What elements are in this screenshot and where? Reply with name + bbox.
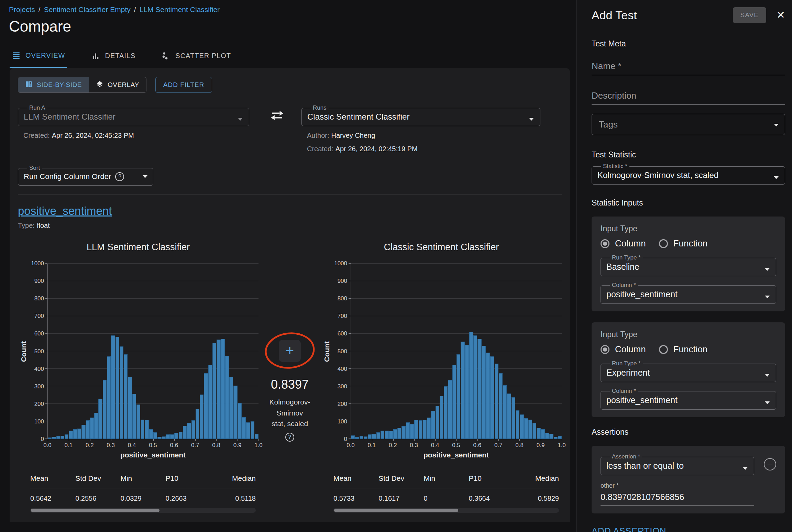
input-type-label: Input Type [601, 224, 776, 233]
histogram-bar [503, 385, 507, 439]
x-tick-label: 1.0 [254, 442, 263, 449]
y-tick-label: 500 [34, 348, 44, 355]
histogram-bar [444, 386, 448, 439]
run-type-select[interactable]: Run Type * Baseline [601, 254, 776, 276]
stats-cell: 0.5733 [333, 495, 378, 502]
view-toggle-group: SIDE-BY-SIDE OVERLAY [18, 77, 146, 93]
y-tick-label: 500 [338, 348, 347, 355]
x-tick-label: 0.1 [65, 442, 73, 449]
help-icon[interactable]: ? [285, 433, 294, 442]
assertion-label: Assertion * [610, 453, 642, 460]
y-tick-mark [349, 439, 351, 439]
chart-title: LLM Sentiment Classifier [18, 242, 258, 253]
histogram-bar [208, 365, 212, 439]
horizontal-scrollbar[interactable] [333, 508, 559, 513]
help-icon[interactable]: ? [115, 172, 124, 181]
chevron-down-icon [774, 176, 779, 179]
histogram-bar [524, 418, 528, 439]
add-filter-button[interactable]: ADD FILTER [155, 77, 212, 93]
stat-name-line: stat, scaled [269, 418, 310, 429]
y-tick-mark [45, 333, 47, 334]
column-select[interactable]: Column * positive_sentiment [601, 388, 776, 410]
histogram-bar [124, 354, 128, 439]
close-icon[interactable]: ✕ [777, 10, 785, 20]
y-tick-label: 200 [34, 401, 44, 408]
input-type-radio-group: ColumnFunction [601, 238, 776, 249]
column-value: positive_sentiment [606, 289, 770, 299]
histogram-bar [376, 432, 380, 439]
swap-runs-icon[interactable] [269, 110, 285, 122]
radio-circle-icon [659, 239, 668, 248]
x-tick-label: 0.7 [191, 442, 199, 449]
run-a-select[interactable]: Run A LLM Sentiment Classifier [18, 104, 249, 126]
test-meta-heading: Test Meta [592, 39, 785, 48]
overlay-button[interactable]: OVERLAY [89, 77, 146, 92]
histogram-bar [116, 337, 119, 439]
histogram-bar [162, 436, 166, 439]
histogram-bar [77, 429, 81, 439]
chart-llm: LLM Sentiment Classifier Count 010020030… [18, 242, 258, 513]
tab-label: DETAILS [105, 52, 135, 60]
statistic-select[interactable]: Statistic * Kolmogorov-Smirnov stat, sca… [592, 163, 785, 185]
histogram-bar [166, 434, 170, 439]
histogram-bar [393, 429, 397, 439]
save-button[interactable]: SAVE [733, 7, 766, 23]
feature-link[interactable]: positive_sentiment [18, 204, 112, 217]
histogram-bar [368, 434, 372, 439]
add-assertion-button[interactable]: ADD ASSERTION [592, 526, 666, 532]
runs-select[interactable]: Runs Classic Sentiment Classifier [301, 104, 540, 126]
tags-label: Tags [599, 119, 618, 130]
sort-select[interactable]: Sort Run Config Column Order ? [18, 165, 153, 186]
x-tick-label: 0.6 [473, 442, 482, 449]
histogram-bar [157, 437, 161, 439]
tab-details[interactable]: DETAILS [89, 49, 138, 68]
radio-column[interactable]: Column [601, 344, 646, 355]
side-by-side-button[interactable]: SIDE-BY-SIDE [18, 77, 89, 92]
y-tick-mark [349, 298, 351, 299]
description-field[interactable]: Description [592, 90, 785, 105]
y-axis-label: Count [20, 341, 28, 362]
tab-overview[interactable]: OVERVIEW [10, 49, 67, 68]
assertion-select[interactable]: Assertion * less than or equal to [601, 453, 754, 475]
sort-label: Sort [27, 165, 42, 171]
column-select[interactable]: Column * positive_sentiment [601, 282, 776, 304]
y-tick-label: 700 [338, 313, 347, 320]
histogram-bar [81, 425, 85, 439]
radio-function[interactable]: Function [659, 238, 708, 249]
tab-label: SCATTER PLOT [175, 52, 231, 60]
add-test-button[interactable]: + [279, 340, 301, 362]
scrollbar-thumb[interactable] [31, 509, 160, 512]
histogram-bar [495, 364, 498, 439]
run-a-value: LLM Sentiment Classifier [24, 112, 243, 122]
breadcrumb-link[interactable]: LLM Sentiment Classifier [140, 5, 220, 13]
histogram-bar [440, 396, 443, 439]
runs-value: Classic Sentiment Classifier [307, 112, 535, 122]
radio-column[interactable]: Column [601, 238, 646, 249]
histogram-bar [86, 420, 90, 439]
histogram-bar [465, 345, 469, 439]
tab-scatter-plot[interactable]: SCATTER PLOT [160, 49, 233, 68]
scrollbar-thumb[interactable] [334, 509, 458, 512]
histogram-bar [73, 429, 77, 439]
statistic-input-card: Input Type ColumnFunction Run Type * Bas… [592, 217, 785, 311]
remove-assertion-icon[interactable]: – [764, 458, 776, 470]
column-label: Column * [610, 388, 638, 395]
radio-label: Column [615, 238, 646, 249]
y-tick-mark [45, 281, 47, 281]
statistic-value: Kolmogorov-Smirnov stat, scaled [597, 170, 779, 180]
histogram-bar [414, 420, 418, 439]
y-tick-mark [349, 421, 351, 421]
other-field-value[interactable]: 0.8397028107566856 [601, 492, 754, 506]
histogram-bar [48, 437, 52, 439]
histogram-bar [355, 437, 359, 439]
breadcrumb-link[interactable]: Sentiment Classifier Empty [44, 5, 131, 13]
horizontal-scrollbar[interactable] [30, 508, 256, 513]
tags-select[interactable]: Tags [592, 114, 785, 135]
run-type-select[interactable]: Run Type * Experiment [601, 360, 776, 382]
histogram-bar [191, 420, 195, 439]
radio-function[interactable]: Function [659, 344, 708, 355]
x-tick-label: 0.9 [537, 442, 545, 449]
page-title: Compare [9, 18, 576, 35]
breadcrumb-link[interactable]: Projects [9, 5, 35, 13]
name-field[interactable]: Name * [592, 61, 785, 75]
